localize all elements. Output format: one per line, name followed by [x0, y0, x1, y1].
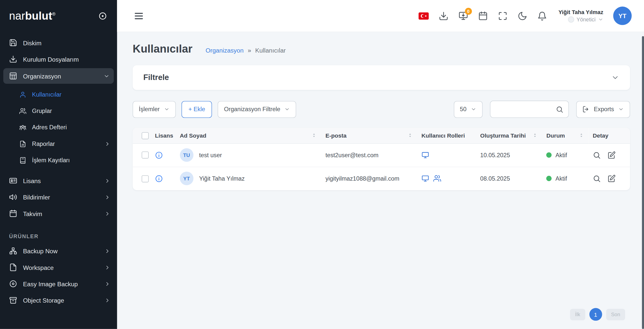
user-email: yigityilmaz1088@gmail.com: [321, 167, 417, 190]
downloads-button[interactable]: [438, 11, 448, 21]
fullscreen-button[interactable]: [498, 11, 507, 21]
chevdown-icon: [598, 17, 603, 22]
add-button[interactable]: + Ekle: [181, 101, 212, 118]
column-header-3[interactable]: E-posta: [321, 128, 417, 143]
export-icon: [582, 106, 590, 113]
column-label: Kullanıcı Rolleri: [421, 132, 465, 139]
users3-icon: [19, 124, 26, 131]
pagination-last[interactable]: Son: [606, 309, 625, 320]
row-avatar: YT: [180, 172, 193, 185]
table-header-row: LisansAd SoyadE-postaKullanıcı RolleriOl…: [133, 128, 630, 143]
sidebar-item-kullanicilar[interactable]: Kullanıcılar: [0, 86, 117, 103]
sidebar-toggle-icon[interactable]: [98, 12, 107, 21]
select-all-checkbox[interactable]: [142, 132, 149, 139]
row-checkbox[interactable]: [142, 175, 149, 182]
sidebar-item-bildirimler[interactable]: Bildirimler: [0, 189, 117, 205]
pagination-current-page[interactable]: 1: [589, 308, 602, 321]
table-icon: [9, 72, 17, 80]
role-monitor-icon[interactable]: [421, 175, 429, 182]
row-checkbox[interactable]: [142, 152, 149, 159]
language-flag-button[interactable]: [418, 12, 429, 19]
agent-downloads-button[interactable]: 0: [458, 11, 468, 21]
breadcrumb-link-organizasyon[interactable]: Organizasyon: [206, 47, 244, 54]
filter-panel[interactable]: Filtrele: [133, 65, 630, 90]
sidebar-item-label: Adres Defteri: [32, 124, 67, 131]
monitor-icon: [421, 151, 429, 159]
license-info-button[interactable]: [155, 151, 163, 159]
exports-button[interactable]: Exports: [576, 101, 630, 118]
sidebar-item-object-storage[interactable]: Object Storage: [0, 292, 117, 308]
breadcrumb-current: Kullanıcılar: [255, 47, 286, 54]
edit-user-button[interactable]: [608, 174, 616, 183]
actions-dropdown[interactable]: İşlemler: [133, 101, 176, 118]
sidebar-item-workspace[interactable]: Workspace: [0, 259, 117, 275]
search-icon[interactable]: [556, 105, 564, 113]
chevron-down-icon: [103, 73, 109, 79]
chevdown-icon: [618, 106, 624, 112]
search-icon: [593, 151, 601, 159]
pagination: İlk 1 Son: [570, 304, 630, 323]
disc-icon: [9, 280, 17, 288]
edit-user-button[interactable]: [608, 151, 616, 159]
calendar-button[interactable]: [478, 11, 488, 21]
notifications-button[interactable]: [537, 11, 547, 21]
chevdown-icon: [471, 106, 476, 112]
chevron-down-icon[interactable]: [611, 73, 619, 82]
column-header-2[interactable]: Ad Soyad: [176, 128, 321, 143]
sidebar-item-diskim[interactable]: Diskim: [0, 34, 117, 51]
brand-logo[interactable]: narbulut®: [9, 10, 56, 22]
report-icon: [19, 140, 26, 147]
pagination-first[interactable]: İlk: [570, 309, 585, 320]
page-size-select[interactable]: 50: [454, 101, 483, 118]
download-count-badge: 0: [465, 8, 472, 15]
scrollbar[interactable]: [642, 36, 644, 329]
sidebar-item-label: Bildirimler: [23, 194, 50, 201]
view-detail-button[interactable]: [593, 151, 601, 159]
sidebar-item-label: Takvim: [23, 210, 42, 217]
breadcrumb: Organizasyon » Kullanıcılar: [206, 47, 286, 54]
sidebar-nav: DiskimKurulum DosyalarımOrganizasyonKull…: [0, 32, 117, 329]
column-label: Durum: [546, 132, 565, 139]
user-menu[interactable]: Yiğit Taha Yılmaz Yönetici: [558, 9, 603, 23]
role-monitor-icon[interactable]: [421, 151, 429, 159]
sidebar-item-label: Kurulum Dosyalarım: [23, 56, 79, 63]
speaker-icon: [9, 193, 17, 201]
idcard-icon: [9, 177, 17, 185]
sidebar-item-adres-defteri[interactable]: Adres Defteri: [0, 119, 117, 135]
sidebar-item-raporlar[interactable]: Raporlar: [0, 136, 117, 152]
sidebar-item-easy-image-backup[interactable]: Easy Image Backup: [0, 276, 117, 292]
search-input[interactable]: [495, 106, 552, 112]
column-header-5[interactable]: Oluşturma Tarihi: [476, 128, 542, 143]
dark-mode-button[interactable]: [517, 11, 527, 21]
sidebar-item-organizasyon[interactable]: Organizasyon: [3, 68, 114, 84]
status-dot: [546, 152, 552, 158]
info-icon: [155, 174, 163, 183]
column-header-7: Detay: [589, 128, 630, 143]
status-label: Aktif: [555, 152, 567, 158]
sidebar-item-backup-now[interactable]: Backup Now: [0, 243, 117, 259]
topbar-actions: 0 Yiğit Taha Yılmaz Yönetici YT: [418, 7, 632, 25]
column-label: Lisans: [155, 132, 173, 139]
column-label: E-posta: [326, 132, 347, 139]
view-detail-button[interactable]: [593, 174, 601, 183]
column-label: Ad Soyad: [180, 132, 206, 139]
sidebar-item-lisans[interactable]: Lisans: [0, 173, 117, 189]
sidebar-item-takvim[interactable]: Takvim: [0, 205, 117, 222]
page-content: Kullanıcılar Organizasyon » Kullanıcılar…: [117, 32, 644, 329]
sidebar-item-label: Gruplar: [32, 108, 52, 114]
role-users-icon[interactable]: [433, 175, 441, 182]
chevron-down-icon: [471, 106, 476, 112]
page-title: Kullanıcılar: [133, 43, 192, 56]
license-info-button[interactable]: [155, 174, 163, 183]
turkey-flag-icon: [418, 12, 429, 19]
menu-toggle-button[interactable]: [134, 11, 144, 21]
page-header: Kullanıcılar Organizasyon » Kullanıcılar: [133, 43, 630, 56]
user-avatar-button[interactable]: YT: [613, 7, 632, 25]
chevron-right-icon: [104, 194, 110, 200]
column-header-6[interactable]: Durum: [542, 128, 589, 143]
organization-filter-dropdown[interactable]: Organizasyon Filtrele: [218, 101, 296, 118]
sidebar-item-kurulum-dosyalarim[interactable]: Kurulum Dosyalarım: [0, 51, 117, 67]
chevron-right-icon: [104, 264, 110, 270]
sidebar-item-gruplar[interactable]: Gruplar: [0, 103, 117, 119]
sidebar-item-islem-kayitlari[interactable]: İşlem Kayıtları: [0, 152, 117, 168]
